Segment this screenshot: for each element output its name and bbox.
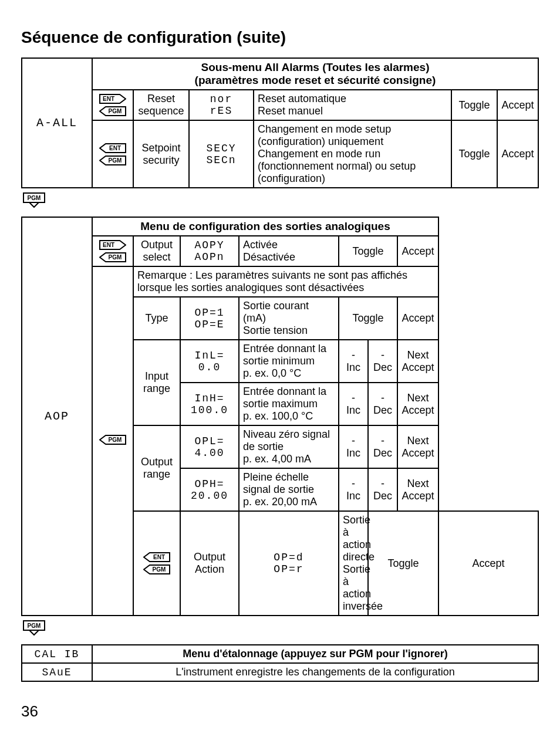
note: Remarque : Les paramètres suivants ne so…	[133, 266, 438, 297]
row-seg: OP=1 OP=E	[180, 297, 239, 340]
row-desc: Reset automatique Reset manuel	[254, 90, 451, 120]
row-accept: Accept	[397, 236, 438, 266]
ent-key-icon: ENT	[143, 552, 170, 562]
svg-text:PGM: PGM	[153, 566, 166, 573]
svg-text:PGM: PGM	[109, 437, 122, 443]
row-desc: Niveau zéro signal de sortie p. ex. 4,00…	[239, 425, 339, 468]
row-label: Reset sequence	[133, 90, 189, 120]
pgm-down-icon: PGM	[22, 192, 50, 208]
svg-text:PGM: PGM	[28, 623, 41, 629]
row-desc: Pleine échelle signal de sortie p. ex. 2…	[239, 468, 339, 511]
row-seg: AOPY AOPn	[180, 236, 239, 266]
row-seg: OP=d OP=r	[239, 511, 339, 616]
svg-marker-10	[29, 202, 39, 207]
row-toggle: Toggle	[339, 236, 397, 266]
table-calib: CAL IB Menu d'étalonnage (appuyez sur PG…	[21, 644, 539, 682]
ent-key-icon: ENT	[99, 240, 126, 250]
pgm-down-icon: PGM	[22, 620, 50, 636]
svg-marker-23	[29, 630, 39, 635]
svg-text:PGM: PGM	[28, 195, 41, 201]
table-row: ENT PGM Reset sequence nor rES Reset aut…	[22, 90, 538, 120]
row-toggle: Toggle	[451, 120, 497, 188]
svg-text:ENT: ENT	[103, 242, 114, 248]
row-accept: Accept	[497, 120, 538, 188]
row-dec: - Dec	[368, 383, 397, 425]
row-seg: SECY SECn	[189, 120, 254, 188]
svg-text:PGM: PGM	[109, 254, 122, 261]
table-row: ENT PGM Setpoint security SECY SECn Chan…	[22, 120, 538, 188]
table2-header: Menu de configuration des sorties analog…	[92, 217, 438, 236]
save-left: SAuE	[22, 663, 92, 681]
pgm-key-icon: PGM	[99, 106, 126, 116]
keys-cell: ENT PGM	[133, 511, 180, 616]
keys-cell: ENT PGM	[92, 90, 133, 120]
row-desc: Activée Désactivée	[239, 236, 339, 266]
row-label: Output select	[133, 236, 180, 266]
row-label: Output Action	[180, 511, 239, 616]
row-na: Next Accept	[397, 468, 438, 511]
row-desc: Entrée donnant la sortie maximum p. ex. …	[239, 383, 339, 425]
svg-text:PGM: PGM	[109, 157, 122, 164]
table1-header-l2: (paramètres mode reset et sécurité consi…	[195, 74, 436, 86]
svg-text:ENT: ENT	[109, 145, 121, 151]
row-na: Next Accept	[397, 425, 438, 468]
calib-right: Menu d'étalonnage (appuyez sur PGM pour …	[92, 645, 538, 663]
row-desc: Entrée donnant la sortie minimum p. ex. …	[239, 340, 339, 383]
row-label: Output range	[133, 425, 180, 511]
row-desc: Changement en mode setup (configuration)…	[254, 120, 451, 188]
row-inc: - Inc	[339, 468, 368, 511]
ent-key-icon: ENT	[99, 94, 126, 104]
table-alarms: A-ALL Sous-menu All Alarms (Toutes les a…	[21, 58, 539, 188]
svg-text:ENT: ENT	[153, 554, 165, 560]
row-accept: Accept	[497, 90, 538, 120]
row-seg: OPL= 4.00	[180, 425, 239, 468]
calib-left: CAL IB	[22, 645, 92, 663]
row-dec: - Dec	[368, 425, 397, 468]
row-toggle: Toggle	[339, 297, 397, 340]
row-dec: - Dec	[368, 468, 397, 511]
row-dec: - Dec	[368, 340, 397, 383]
row-inc: - Inc	[339, 340, 368, 383]
row-label: Type	[133, 297, 180, 340]
table1-header: Sous-menu All Alarms (Toutes les alarmes…	[92, 58, 538, 90]
note-row: PGM Remarque : Les paramètres suivants n…	[22, 266, 538, 297]
sidebar-aop: AOP	[22, 217, 92, 616]
keys-cell: ENT PGM	[92, 120, 133, 188]
keys-cell: PGM	[92, 266, 133, 616]
save-right: L'instrument enregistre les changements …	[92, 663, 538, 681]
keys-cell: ENT PGM	[92, 236, 133, 266]
page-number: 36	[21, 702, 38, 721]
row-label: Setpoint security	[133, 120, 189, 188]
row-desc: Sortie courant (mA) Sortie tension	[239, 297, 339, 340]
row-toggle: Toggle	[451, 90, 497, 120]
page-title: Séquence de configuration (suite)	[21, 28, 539, 47]
row-seg: InH= 100.0	[180, 383, 239, 425]
row-seg: nor rES	[189, 90, 254, 120]
table-row: CAL IB Menu d'étalonnage (appuyez sur PG…	[22, 645, 538, 663]
sidebar-a-all: A-ALL	[22, 58, 92, 188]
row-inc: - Inc	[339, 425, 368, 468]
ent-key-icon: ENT	[99, 143, 126, 153]
pgm-key-icon: PGM	[99, 435, 126, 445]
pgm-key-icon: PGM	[99, 155, 126, 165]
table-aop: AOP Menu de configuration des sorties an…	[21, 217, 539, 616]
row-accept: Accept	[438, 511, 538, 616]
table1-header-l1: Sous-menu All Alarms (Toutes les alarmes…	[201, 61, 430, 73]
row-accept: Accept	[397, 297, 438, 340]
row-inc: - Inc	[339, 383, 368, 425]
row-na: Next Accept	[397, 340, 438, 383]
svg-text:PGM: PGM	[109, 108, 122, 114]
table-row: ENT PGM Output select AOPY AOPn Activée …	[22, 236, 538, 266]
svg-text:ENT: ENT	[103, 96, 114, 102]
pgm-key-icon: PGM	[99, 252, 126, 262]
row-label: Input range	[133, 340, 180, 425]
row-na: Next Accept	[397, 383, 438, 425]
row-desc: Sortie à action directe Sortie à action …	[339, 511, 368, 616]
row-seg: OPH= 20.00	[180, 468, 239, 511]
pgm-key-icon: PGM	[143, 564, 170, 574]
table-row: SAuE L'instrument enregistre les changem…	[22, 663, 538, 681]
row-seg: InL= 0.0	[180, 340, 239, 383]
